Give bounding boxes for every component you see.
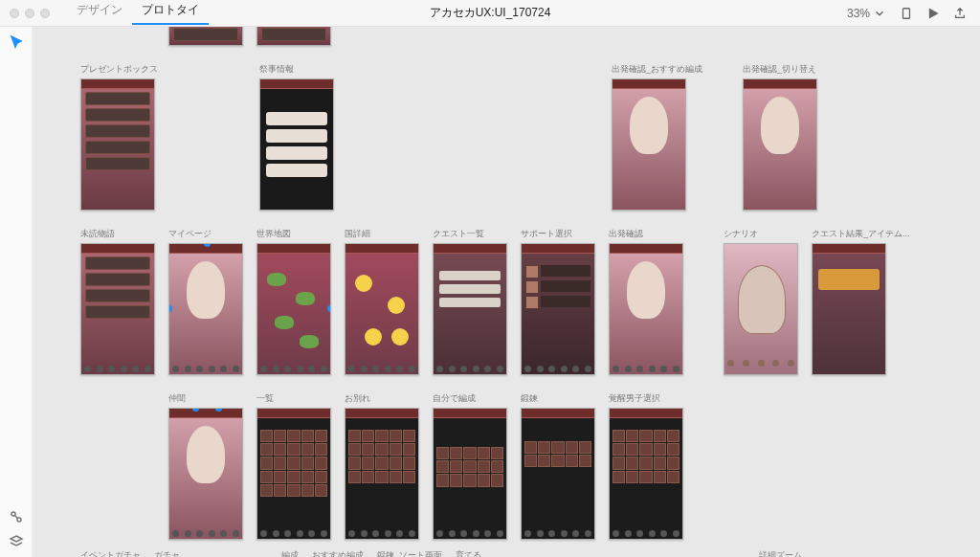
artboard-world-map[interactable]: 世界地図 <box>256 228 331 375</box>
artboard-quest-result[interactable]: クエスト結果_アイテム... <box>812 228 910 375</box>
mode-tabs: デザイン プロトタイ <box>67 2 209 25</box>
artboard[interactable] <box>256 27 331 46</box>
artboard-support[interactable]: サポート選択 <box>521 228 595 375</box>
play-icon[interactable] <box>926 7 940 20</box>
artboard-detail-zoom[interactable]: 詳細ズーム <box>759 549 802 557</box>
artboard-label: 仲間 <box>168 392 243 405</box>
artboard-label: お別れ <box>345 392 419 405</box>
artboard-label: 未読物語 <box>80 228 155 240</box>
link-icon[interactable] <box>9 509 24 524</box>
artboard-nakama[interactable]: 仲間 <box>168 392 243 540</box>
artboard-kakusei-select[interactable]: 覚醒男子選択 <box>609 392 683 540</box>
workspace: プレゼントボックス 祭事情報 出発確認_おすすめ編成 出発確認_切り替え <box>0 27 980 557</box>
window-controls <box>0 9 50 18</box>
share-icon[interactable] <box>953 7 967 20</box>
artboard-label: 一覧 <box>256 392 331 405</box>
zoom-value: 33% <box>847 7 870 20</box>
artboard-gacha[interactable]: ガチャ <box>154 549 180 557</box>
artboard-unread[interactable]: 未読物語 <box>80 228 155 375</box>
chevron-down-icon <box>873 7 886 20</box>
artboard[interactable] <box>168 27 243 46</box>
minimize-dot[interactable] <box>25 9 34 18</box>
artboard-label: 編成 <box>281 549 299 557</box>
svg-point-1 <box>11 512 15 516</box>
artboard-jibun-hensei[interactable]: 自分で編成 <box>433 392 507 540</box>
tab-prototype[interactable]: プロトタイ <box>132 2 209 25</box>
pointer-icon[interactable] <box>9 34 24 50</box>
maximize-dot[interactable] <box>40 9 50 18</box>
artboard-label: サポート選択 <box>521 228 595 240</box>
artboard-label: 鍛錬_ソート画面 <box>377 549 442 557</box>
artboard-label: プレゼントボックス <box>80 63 158 76</box>
artboard-country[interactable]: 国詳細 <box>345 228 419 375</box>
titlebar: デザイン プロトタイ アカセカUX:UI_170724 33% <box>0 0 980 27</box>
close-dot[interactable] <box>10 9 19 18</box>
tab-design[interactable]: デザイン <box>67 2 132 25</box>
canvas[interactable]: プレゼントボックス 祭事情報 出発確認_おすすめ編成 出発確認_切り替え <box>33 27 980 557</box>
artboard-tanren-sort[interactable]: 鍛錬_ソート画面 <box>377 549 442 557</box>
artboard-label: マイページ <box>168 228 243 240</box>
artboard-tanren[interactable]: 鍛錬 <box>521 392 595 540</box>
device-icon[interactable] <box>900 7 913 20</box>
artboard-label: 出発確認_切り替え <box>743 63 817 76</box>
artboard-label: 世界地図 <box>256 228 331 240</box>
artboard-label: 出発確認 <box>609 228 683 240</box>
artboard-sodateru[interactable]: 育てる <box>456 549 481 557</box>
artboard-container: プレゼントボックス 祭事情報 出発確認_おすすめ編成 出発確認_切り替え <box>80 27 942 557</box>
artboard-hensei[interactable]: 編成 <box>281 549 299 557</box>
artboard-depart-confirm[interactable]: 出発確認 <box>609 228 683 375</box>
left-rail <box>0 27 33 557</box>
artboard-label: おすすめ編成 <box>312 549 364 557</box>
artboard-label: ガチャ <box>154 549 180 557</box>
artboard-depart-switch[interactable]: 出発確認_切り替え <box>743 63 817 211</box>
artboard-label: イベントガチャ <box>80 549 141 557</box>
artboard-list[interactable]: 一覧 <box>256 392 331 540</box>
artboard-owakare[interactable]: お別れ <box>345 392 419 540</box>
artboard-label: 詳細ズーム <box>759 549 802 557</box>
zoom-control[interactable]: 33% <box>847 7 886 20</box>
layers-icon[interactable] <box>9 534 24 549</box>
artboard-label: 鍛錬 <box>521 392 595 405</box>
artboard-label: 自分で編成 <box>433 392 507 405</box>
svg-point-2 <box>17 518 21 522</box>
artboard-quest-list[interactable]: クエスト一覧 <box>433 228 507 375</box>
artboard-event-info[interactable]: 祭事情報 <box>259 63 334 211</box>
document-title: アカセカUX:UI_170724 <box>430 5 551 21</box>
artboard-label: クエスト一覧 <box>433 228 507 240</box>
artboard-label: クエスト結果_アイテム... <box>812 228 910 240</box>
artboard-depart-suggest[interactable]: 出発確認_おすすめ編成 <box>612 63 702 211</box>
artboard-label: 育てる <box>456 549 481 557</box>
artboard-event-gacha[interactable]: イベントガチャ <box>80 549 141 557</box>
artboard-label: シナリオ <box>724 228 798 240</box>
artboard-label: 覚醒男子選択 <box>609 392 683 405</box>
artboard-present-box[interactable]: プレゼントボックス <box>80 63 158 211</box>
artboard-label: 祭事情報 <box>259 63 334 76</box>
svg-rect-0 <box>903 8 910 18</box>
artboard-mypage[interactable]: マイページ <box>168 228 243 375</box>
artboard-label: 国詳細 <box>345 228 419 240</box>
artboard-osusume-hensei[interactable]: おすすめ編成 <box>312 549 364 557</box>
artboard-scenario[interactable]: シナリオ <box>724 228 798 375</box>
right-controls: 33% <box>847 7 980 20</box>
artboard-label: 出発確認_おすすめ編成 <box>612 63 702 76</box>
